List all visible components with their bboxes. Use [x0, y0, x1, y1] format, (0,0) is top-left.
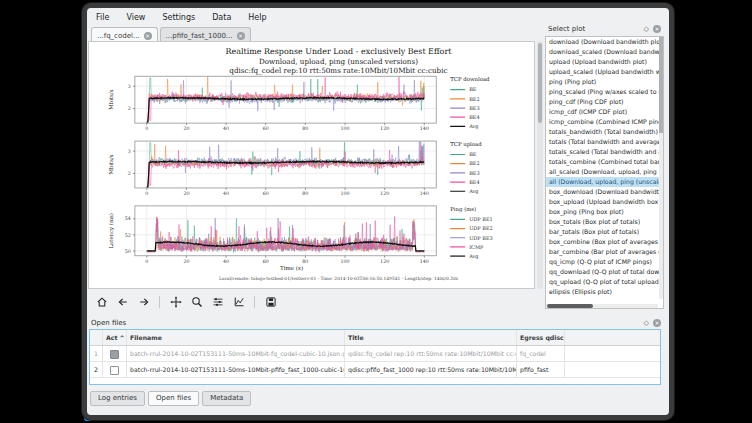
home-icon [96, 296, 108, 308]
svg-text:0: 0 [145, 259, 148, 264]
plot-scrollbar-thumb[interactable] [538, 43, 542, 123]
plot-list-item-ping_cdf[interactable]: ping_cdf (Ping CDF plot) [546, 97, 663, 107]
plot-list-item-box_combine[interactable]: box_combine (Box plot of averages of sev… [546, 237, 663, 247]
plot-list-item-upload[interactable]: upload (Upload bandwidth plot) [546, 57, 663, 67]
open-files-row-1[interactable]: 1batch-rrul-2014-10-02T153111-50ms-10Mbi… [90, 346, 660, 362]
save-icon [265, 296, 277, 308]
plot-list-item-totals_scaled[interactable]: totals_scaled (Total bandwidth and avera… [546, 147, 663, 157]
row-number: 2 [90, 362, 103, 377]
select-plot-vscrollbar[interactable] [659, 37, 663, 299]
close-icon[interactable]: ✕ [653, 319, 661, 327]
svg-text:40: 40 [223, 191, 229, 196]
doc-tab-label: ...fq_codel... [97, 32, 140, 40]
menu-item-data[interactable]: Data [210, 12, 233, 23]
close-icon[interactable]: ✕ [653, 25, 661, 33]
svg-text:UDP BE1: UDP BE1 [469, 216, 493, 222]
plot-list-item-ellipsis[interactable]: ellipsis (Ellipsis plot) [546, 287, 663, 297]
col-header-egress[interactable]: Egress qdisc [517, 330, 565, 345]
plot-list-item-upload_scaled[interactable]: upload_scaled (Upload bandwidth w/axes s… [546, 67, 663, 77]
plot-list-item-icmp_cdf[interactable]: icmp_cdf (ICMP CDF plot) [546, 107, 663, 117]
menu-item-file[interactable]: File [94, 12, 111, 23]
svg-text:54: 54 [125, 216, 131, 221]
active-checkbox[interactable] [110, 366, 119, 375]
toolbar-forward-button[interactable] [135, 295, 152, 310]
tab-close-icon[interactable]: ✕ [237, 32, 245, 40]
svg-text:BE4: BE4 [469, 114, 479, 120]
toolbar-customize-button[interactable] [230, 295, 247, 310]
app-window: FileViewSettingsDataHelp ...fq_codel...✕… [82, 3, 674, 420]
plot-list-item-box_upload[interactable]: box_upload (Upload bandwidth box plot) [546, 197, 663, 207]
toolbar-zoom-button[interactable] [188, 295, 205, 310]
plot-list-item-box_totals[interactable]: box_totals (Box plot of totals) [546, 217, 663, 227]
plot-list-item-bar_totals[interactable]: bar_totals (Box plot of totals) [546, 227, 663, 237]
menu-item-settings[interactable]: Settings [160, 12, 197, 23]
plot-list-item-all_scaled[interactable]: all_scaled (Download, upload, ping (scal… [546, 167, 663, 177]
undock-icon[interactable]: ◇ [644, 25, 649, 33]
toolbar-back-button[interactable] [114, 295, 131, 310]
active-checkbox[interactable] [110, 350, 119, 359]
svg-text:BE4: BE4 [469, 179, 479, 185]
open-files-panel: Open files ◇ ✕ Act ^FilenameTitleEgress … [87, 316, 665, 389]
svg-text:60: 60 [263, 259, 269, 264]
open-files-row-2[interactable]: 2batch-rrul-2014-10-02T153111-50ms-10Mbi… [90, 362, 660, 378]
menu-item-view[interactable]: View [124, 12, 147, 23]
select-plot-hscrollbar-thumb[interactable] [547, 304, 593, 308]
plot-list-item-box_download[interactable]: box_download (Download bandwidth box plo… [546, 187, 663, 197]
col-header-title[interactable]: Title [345, 330, 517, 345]
bottom-tab-log-entries[interactable]: Log entries [90, 391, 145, 406]
undock-icon[interactable]: ◇ [644, 319, 649, 327]
tab-close-icon[interactable]: ✕ [144, 32, 152, 40]
svg-text:140: 140 [420, 191, 429, 196]
plot-list-item-all[interactable]: all (Download, upload, ping (unscaled ve… [546, 177, 663, 187]
svg-text:BE3: BE3 [469, 105, 479, 111]
col-header-act[interactable]: Act ^ [103, 330, 127, 345]
svg-text:80: 80 [302, 191, 308, 196]
svg-text:Realtime Response Under Load -: Realtime Response Under Load - exclusive… [225, 47, 452, 56]
toolbar-subplots-button[interactable] [209, 295, 226, 310]
customize-icon [233, 296, 245, 308]
subplot-2: 020406080100120140505254Latency (ms)Ping… [108, 206, 493, 264]
toolbar-separator [254, 296, 255, 308]
open-files-header: Open files ◇ ✕ [87, 316, 665, 329]
svg-text:2: 2 [128, 106, 131, 111]
plot-list-item-qq_icmp[interactable]: qq_icmp (Q-Q plot of ICMP pings) [546, 257, 663, 267]
plot-list-item-bar_combine[interactable]: bar_combine (Bar plot of averages of sev… [546, 247, 663, 257]
menu-item-help[interactable]: Help [246, 12, 268, 23]
egress-qdisc-cell: pfifo_fast [517, 362, 565, 377]
toolbar-home-button[interactable] [93, 295, 110, 310]
plot-list-item-ping_scaled[interactable]: ping_scaled (Ping w/axes scaled to remov… [546, 87, 663, 97]
plot-list-item-qq_download[interactable]: qq_download (Q-Q plot of total download … [546, 267, 663, 277]
bottom-tab-metadata[interactable]: Metadata [202, 391, 251, 406]
svg-text:UDP BE2: UDP BE2 [469, 225, 493, 231]
toolbar-save-button[interactable] [262, 295, 279, 310]
desktop-background: FileViewSettingsDataHelp ...fq_codel...✕… [0, 0, 752, 423]
select-plot-hscrollbar[interactable] [546, 304, 658, 308]
plot-list-item-download_scaled[interactable]: download_scaled (Download bandwidth w/ax… [546, 47, 663, 57]
plot-list-item-totals[interactable]: totals (Total bandwidth and average ping… [546, 137, 663, 147]
plot-figure: Realtime Response Under Load - exclusive… [89, 42, 534, 288]
svg-text:Mbits/s: Mbits/s [108, 154, 114, 174]
col-header-filename[interactable]: Filename [127, 330, 345, 345]
svg-text:3: 3 [128, 84, 131, 89]
bottom-tab-bar: Log entriesOpen filesMetadata [90, 391, 251, 407]
subplot-1: 02040608010012014023Mbits/sTCP uploadBEB… [108, 141, 482, 196]
svg-text:0: 0 [145, 191, 148, 196]
plot-list-item-box_ping[interactable]: box_ping (Ping box plot) [546, 207, 663, 217]
plot-list-item-icmp_combine[interactable]: icmp_combine (Combined ICMP ping plot) [546, 117, 663, 127]
subplots-icon [212, 296, 224, 308]
svg-text:Time (s): Time (s) [280, 265, 303, 271]
svg-text:20: 20 [183, 259, 189, 264]
forward-icon [138, 296, 150, 308]
plot-list-item-qq_upload[interactable]: qq_upload (Q-Q plot of total upload band… [546, 277, 663, 287]
svg-text:Local/remote: tohojo-testbed-0: Local/remote: tohojo-testbed-01/testserv… [219, 276, 459, 281]
plot-list-item-ping[interactable]: ping (Ping plot) [546, 77, 663, 87]
select-plot-vscrollbar-thumb[interactable] [659, 37, 663, 133]
svg-text:140: 140 [420, 259, 429, 264]
plot-list-item-download[interactable]: download (Download bandwidth plot) [546, 37, 663, 47]
bottom-tab-open-files[interactable]: Open files [148, 391, 199, 406]
plot-list-item-totals_combine[interactable]: totals_combine (Combined total bandwidth… [546, 157, 663, 167]
plot-scrollbar[interactable] [537, 41, 543, 289]
plot-list-item-totals_bandwidth[interactable]: totals_bandwidth (Total bandwidth) [546, 127, 663, 137]
toolbar-pan-button[interactable] [167, 295, 184, 310]
select-plot-list: download (Download bandwidth plot)downlo… [545, 36, 664, 309]
